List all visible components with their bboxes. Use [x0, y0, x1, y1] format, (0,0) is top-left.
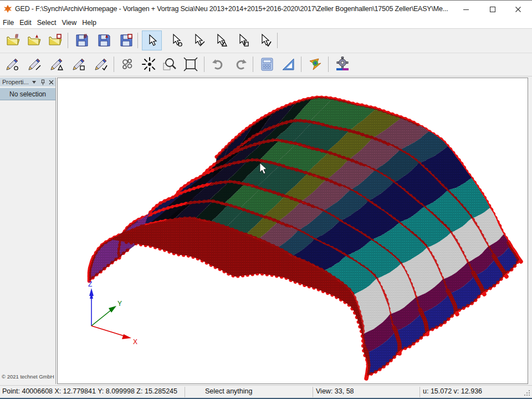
- svg-text:#: #: [84, 33, 87, 39]
- svg-text:#: #: [15, 33, 18, 39]
- svg-text:Y: Y: [117, 300, 122, 308]
- svg-text:Z: Z: [88, 280, 92, 288]
- svg-text:X: X: [133, 338, 137, 346]
